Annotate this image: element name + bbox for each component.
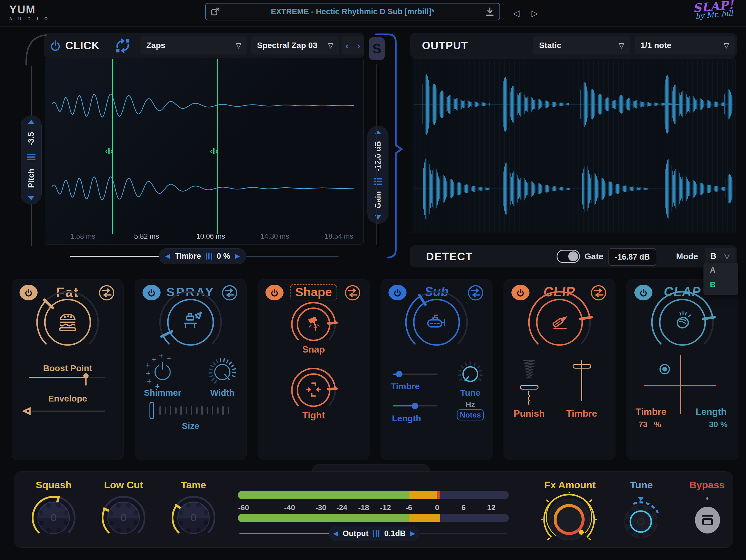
gate-toggle[interactable]	[556, 250, 580, 263]
shimmer-knob[interactable]	[142, 351, 183, 393]
ab-mode-dropdown[interactable]: B ▽	[705, 248, 736, 265]
level-meter-bottom	[238, 514, 509, 522]
snap-knob[interactable]	[289, 299, 338, 349]
chevron-down-icon: ▽	[619, 41, 624, 50]
submarine-icon	[422, 307, 451, 337]
timbre-label: Timbre	[175, 252, 201, 261]
mode-option-b[interactable]: B	[704, 277, 738, 292]
output-waveform-display[interactable]	[412, 58, 736, 233]
meter-tick: -24	[336, 503, 347, 512]
loop-start-cursor[interactable]	[112, 59, 113, 234]
routing-brace	[373, 31, 411, 264]
clap-xy-vline	[680, 355, 681, 414]
fx-amount-knob[interactable]	[541, 492, 597, 547]
snap-label: Snap	[258, 344, 369, 355]
pitch-slider[interactable]: -3.5 Pitch	[21, 115, 42, 205]
preset-browser-bar[interactable]: EXTREME - Hectic Rhythmic D Sub [mrbill]…	[205, 3, 500, 20]
envelope-track[interactable]	[32, 411, 105, 412]
hz-option[interactable]: Hz	[450, 400, 491, 409]
click-power-icon[interactable]	[49, 39, 62, 52]
timbre-track-left	[70, 256, 159, 257]
loop-end-cursor[interactable]	[217, 59, 218, 234]
next-preset-button[interactable]: ▷	[526, 5, 543, 21]
meter-tick: -6	[405, 503, 412, 512]
module-fat: Fat Boost Point Envelope	[12, 279, 123, 460]
cursor-handle[interactable]: ‹›	[210, 147, 218, 155]
note-length-dropdown[interactable]: 1/1 note ▽	[635, 36, 735, 55]
punish-spring	[520, 359, 539, 385]
lowcut-knob[interactable]	[99, 493, 148, 542]
sub-amount-knob[interactable]	[402, 287, 471, 357]
clap-amount-knob[interactable]	[648, 287, 717, 357]
bypass-led	[706, 497, 709, 500]
ab-mode-value: B	[711, 252, 716, 261]
bottom-tune-label: Tune	[618, 479, 665, 491]
fat-amount-knob[interactable]	[33, 287, 103, 357]
clip-timbre-handle[interactable]	[573, 364, 591, 369]
mode-option-a[interactable]: A	[704, 263, 738, 277]
corner-decor	[23, 32, 49, 67]
boost-point-slider[interactable]	[29, 377, 86, 378]
yum-audio-logo: YUM A U D I O	[9, 4, 50, 21]
envelope-handle[interactable]	[22, 407, 31, 415]
zap-preset-dropdown[interactable]: Spectral Zap 03 ▽	[251, 36, 339, 55]
squash-knob[interactable]	[29, 493, 78, 542]
output-gain-slider[interactable]: ◀ Output 0.1dB ▶	[329, 526, 419, 541]
prev-zap-button[interactable]: ‹	[342, 36, 353, 55]
width-knob[interactable]	[201, 351, 243, 393]
pitch-up-icon[interactable]	[28, 120, 34, 124]
bypass-button[interactable]	[695, 507, 720, 533]
meter-tick: 12	[487, 503, 496, 512]
clap-xy-dot[interactable]	[659, 364, 670, 375]
fx-amount-label: Fx Amount	[541, 479, 599, 491]
cursor-handle[interactable]: ‹›	[105, 147, 113, 155]
gate-threshold-value[interactable]: -16.87 dB	[608, 248, 656, 266]
click-panel-title: CLICK	[65, 40, 100, 52]
prev-preset-button[interactable]: ◁	[508, 5, 524, 21]
meter-tick: -12	[380, 503, 391, 512]
sub-length-handle[interactable]	[412, 403, 418, 409]
preset-name[interactable]: EXTREME - Hectic Rhythmic D Sub [mrbill]…	[220, 7, 485, 16]
sub-timbre-track[interactable]	[400, 374, 438, 375]
bottom-tune-knob[interactable]	[619, 496, 663, 542]
chevron-down-icon: ▽	[724, 252, 730, 260]
increment-icon[interactable]: ▶	[235, 252, 240, 260]
click-waveform	[45, 58, 363, 244]
next-zap-button[interactable]: ›	[353, 36, 364, 55]
zap-category-dropdown[interactable]: Zaps ▽	[140, 36, 247, 55]
size-slider-ticks[interactable]	[160, 405, 229, 416]
increment-icon[interactable]: ▶	[410, 530, 415, 537]
click-waveform-display[interactable]: ‹› ‹› 1.58 ms 5.82 ms 10.06 ms 14.30 ms …	[45, 58, 364, 245]
meter-tick: -18	[358, 503, 369, 512]
sub-length-track[interactable]	[415, 405, 438, 407]
open-preset-icon[interactable]	[210, 7, 220, 17]
clap-xy-hline	[644, 385, 716, 386]
randomize-zap-icon[interactable]	[115, 38, 131, 53]
save-preset-icon[interactable]	[485, 7, 495, 17]
clip-amount-knob[interactable]	[524, 287, 595, 357]
clap-hands-icon	[668, 308, 696, 337]
pitch-down-icon[interactable]	[28, 196, 34, 200]
hammer-icon	[303, 313, 324, 336]
shape-swap-icon[interactable]	[344, 285, 361, 301]
output-mode-dropdown[interactable]: Static ▽	[533, 36, 630, 55]
notes-option[interactable]: Notes	[457, 409, 484, 420]
bypass-label: Bypass	[684, 479, 730, 491]
tight-knob[interactable]	[289, 365, 338, 415]
bottom-bar: Squash Low Cut Tame -60 -40 -30 -24 -18 …	[14, 471, 733, 548]
module-clap: CLAP Timbre 73% Length 30 %	[627, 279, 739, 460]
click-timbre-slider[interactable]: ◀ Timbre 0 % ▶	[159, 248, 246, 264]
compress-icon	[303, 379, 324, 402]
clap-length-label: Length	[696, 407, 742, 417]
size-slider-handle[interactable]	[149, 402, 154, 419]
sub-timbre-handle[interactable]	[396, 371, 402, 377]
punish-handle[interactable]	[520, 385, 539, 389]
boost-point-track	[89, 377, 106, 378]
chevron-down-icon: ▽	[236, 41, 241, 50]
decrement-icon[interactable]: ◀	[333, 530, 338, 537]
decrement-icon[interactable]: ◀	[165, 252, 170, 260]
squash-label: Squash	[30, 479, 77, 491]
spray-amount-knob[interactable]	[155, 287, 226, 357]
tame-knob[interactable]	[169, 493, 218, 542]
chevron-down-icon: ▽	[328, 41, 333, 50]
